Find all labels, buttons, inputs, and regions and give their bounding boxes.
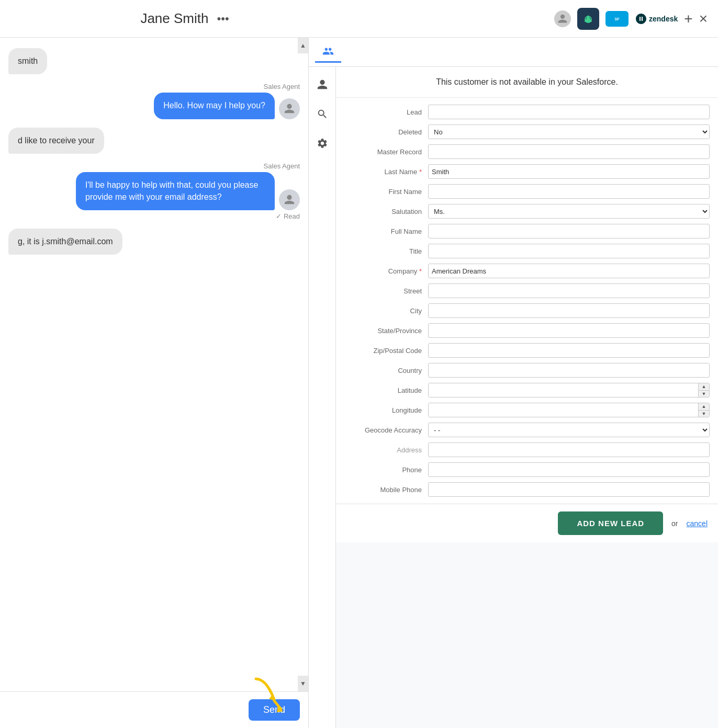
field-input-mobile-phone[interactable]	[428, 482, 710, 497]
longitude-up-button[interactable]: ▲	[699, 403, 709, 411]
field-input-full-name	[428, 224, 710, 238]
more-options-button[interactable]: •••	[217, 12, 229, 26]
field-select-deleted[interactable]: No Yes	[428, 124, 710, 139]
field-label-state: State/Province	[344, 327, 428, 335]
field-input-state[interactable]	[428, 323, 710, 338]
field-row-mobile-phone: Mobile Phone	[336, 480, 718, 499]
field-row-state: State/Province	[336, 321, 718, 340]
customer-bubble: d like to receive your	[8, 128, 104, 154]
field-row-longitude: Longitude ▲ ▼	[336, 400, 718, 420]
field-row-last-name: Last Name	[336, 162, 718, 181]
field-label-latitude: Latitude	[344, 386, 428, 394]
add-tab-button[interactable]: +	[684, 10, 692, 27]
field-row-lead: Lead	[336, 102, 718, 122]
field-input-first-name[interactable]	[428, 184, 710, 199]
field-label-address: Address	[344, 446, 428, 454]
field-input-master-record	[428, 144, 710, 159]
field-select-salutation[interactable]: Ms. Mr. Mrs. Dr. Prof.	[428, 204, 710, 219]
field-label-master-record: Master Record	[344, 148, 428, 156]
field-input-city[interactable]	[428, 303, 710, 318]
field-row-geocode: Geocode Accuracy - - Address NearAddress…	[336, 420, 718, 440]
field-row-deleted: Deleted No Yes	[336, 122, 718, 142]
sf-content: This customer is not available in your S…	[309, 67, 718, 728]
salesforce-logo-icon[interactable]: SF	[605, 11, 629, 27]
contact-icon[interactable]	[313, 75, 332, 94]
read-status: ✓ Read	[276, 212, 300, 220]
scroll-down-button[interactable]: ▼	[298, 676, 308, 691]
header: Jane Smith ••• SF zendesk +	[0, 0, 718, 38]
zendesk-text-logo[interactable]: zendesk	[635, 13, 678, 25]
sf-form-area: This customer is not available in your S…	[336, 67, 718, 728]
cancel-button[interactable]: cancel	[687, 519, 708, 528]
page-title: Jane Smith	[140, 10, 208, 27]
field-input-lead[interactable]	[428, 105, 710, 119]
zendesk-wordmark: zendesk	[649, 15, 678, 23]
salesforce-panel: This customer is not available in your S…	[309, 38, 718, 728]
field-row-master-record: Master Record	[336, 142, 718, 162]
field-row-title: Title	[336, 241, 718, 261]
list-item: Sales Agent I'll be happy to help with t…	[8, 162, 300, 220]
svg-text:SF: SF	[614, 17, 620, 21]
field-label-mobile-phone: Mobile Phone	[344, 486, 428, 494]
field-select-geocode[interactable]: - - Address NearAddress Block Street Ext…	[428, 423, 710, 437]
settings-icon[interactable]	[313, 134, 332, 153]
customer-bubble: smith	[8, 48, 47, 74]
latitude-up-button[interactable]: ▲	[699, 383, 709, 391]
or-text: or	[671, 519, 678, 528]
field-input-zip[interactable]	[428, 343, 710, 358]
send-button[interactable]: Send	[249, 699, 300, 721]
agent-label: Sales Agent	[264, 83, 300, 90]
sf-footer: ADD NEW LEAD or cancel	[336, 504, 718, 542]
field-input-country[interactable]	[428, 363, 710, 378]
field-label-title: Title	[344, 247, 428, 255]
field-row-latitude: Latitude ▲ ▼	[336, 380, 718, 400]
sf-sidebar-icons	[309, 67, 336, 728]
main-container: ▲ smith Sales Agent Hello. How may I hel…	[0, 38, 718, 728]
field-label-lead: Lead	[344, 108, 428, 116]
header-right: SF zendesk + ×	[359, 8, 708, 30]
field-row-country: Country	[336, 360, 718, 380]
field-input-title[interactable]	[428, 244, 710, 258]
tab-contact[interactable]	[315, 41, 341, 63]
field-row-company: Company	[336, 261, 718, 281]
field-label-geocode: Geocode Accuracy	[344, 426, 428, 434]
field-label-zip: Zip/Postal Code	[344, 347, 428, 355]
field-input-phone[interactable]	[428, 462, 710, 477]
field-row-zip: Zip/Postal Code	[336, 340, 718, 360]
field-input-longitude[interactable]	[429, 403, 698, 417]
field-label-country: Country	[344, 367, 428, 374]
avatar	[279, 98, 300, 119]
add-new-lead-button[interactable]: ADD NEW LEAD	[558, 511, 663, 535]
field-spinner-latitude: ▲ ▼	[428, 383, 710, 397]
field-spinner-longitude: ▲ ▼	[428, 403, 710, 417]
field-label-phone: Phone	[344, 466, 428, 474]
avatar	[279, 189, 300, 210]
latitude-spinner-buttons: ▲ ▼	[698, 383, 709, 397]
field-label-first-name: First Name	[344, 188, 428, 196]
longitude-spinner-buttons: ▲ ▼	[698, 403, 709, 417]
chat-scroll-area: smith Sales Agent Hello. How may I help …	[0, 38, 308, 691]
scroll-up-button[interactable]: ▲	[298, 38, 308, 53]
field-input-latitude[interactable]	[429, 383, 698, 397]
list-item: Sales Agent Hello. How may I help you?	[8, 83, 300, 119]
close-button[interactable]: ×	[699, 10, 708, 27]
person-icon[interactable]	[554, 10, 571, 27]
field-input-street[interactable]	[428, 283, 710, 298]
list-item: d like to receive your	[8, 128, 300, 154]
longitude-down-button[interactable]: ▼	[699, 411, 709, 418]
list-item: g, it is j.smith@email.com	[8, 229, 300, 255]
field-row-address: Address	[336, 440, 718, 460]
latitude-down-button[interactable]: ▼	[699, 391, 709, 398]
agent-bubble: Hello. How may I help you?	[154, 93, 275, 119]
chat-input-bar: Send	[0, 691, 308, 728]
search-icon[interactable]	[313, 105, 332, 123]
zendesk-logo-icon[interactable]	[577, 8, 599, 30]
field-row-full-name: Full Name	[336, 221, 718, 241]
field-label-last-name: Last Name	[344, 168, 428, 176]
agent-label: Sales Agent	[264, 162, 300, 170]
field-input-last-name[interactable]	[428, 164, 710, 179]
sf-tabs-bar	[309, 38, 718, 67]
field-input-company[interactable]	[428, 264, 710, 278]
field-row-street: Street	[336, 281, 718, 301]
agent-bubble: I'll be happy to help with that, could y…	[76, 172, 275, 210]
